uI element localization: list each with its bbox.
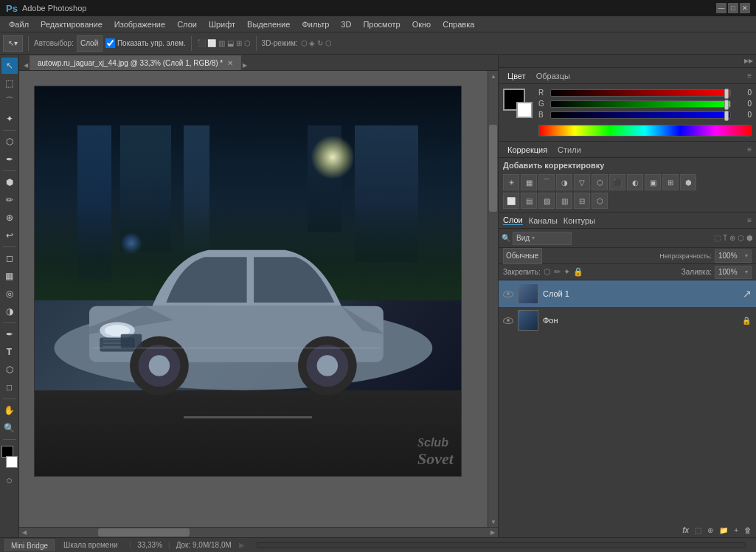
- layer-new-icon[interactable]: ⬚: [714, 234, 721, 242]
- tab-contours[interactable]: Контуры: [563, 216, 595, 225]
- autoselect-select[interactable]: Слой: [77, 35, 103, 52]
- add-group-btn[interactable]: 📁: [719, 526, 728, 534]
- correction-exposure[interactable]: ◑: [556, 174, 572, 190]
- tool-path[interactable]: ⬡: [1, 362, 18, 378]
- scroll-left-arrow[interactable]: ◀: [19, 528, 30, 538]
- correction-channelmixer[interactable]: ⊞: [662, 174, 679, 190]
- correction-brightness[interactable]: ☀: [503, 174, 519, 190]
- tool-brush[interactable]: ✏: [1, 192, 18, 208]
- menu-edit[interactable]: Редактирование: [35, 18, 108, 30]
- correction-threshold[interactable]: ▧: [538, 193, 555, 209]
- tab-color[interactable]: Цвет: [503, 70, 530, 82]
- tool-magic-wand[interactable]: ✦: [1, 111, 18, 127]
- add-adjustment-btn[interactable]: ⊕: [707, 526, 713, 534]
- opacity-input[interactable]: 100% ▾: [715, 249, 752, 263]
- tool-select-rect[interactable]: ⬚: [1, 75, 18, 92]
- tab-layers[interactable]: Слои: [503, 215, 523, 225]
- lock-all-btn[interactable]: 🔒: [573, 267, 583, 277]
- lock-move-btn[interactable]: ✦: [563, 267, 570, 277]
- menu-layers[interactable]: Слои: [171, 18, 203, 30]
- r-slider-handle[interactable]: [724, 89, 729, 99]
- correction-colormatch[interactable]: ⬢: [680, 174, 696, 190]
- blend-mode-select[interactable]: Обычные: [503, 248, 542, 264]
- tool-hand[interactable]: ✋: [1, 402, 18, 418]
- document-tab[interactable]: autowp.ru_jaguar_xj_44.jpg @ 33,3% (Слой…: [30, 55, 241, 70]
- tool-text[interactable]: T: [1, 344, 18, 360]
- correction-hsl[interactable]: ⬡: [592, 174, 608, 190]
- add-layer-btn[interactable]: +: [734, 526, 738, 534]
- g-slider[interactable]: [550, 100, 731, 108]
- tool-pen[interactable]: ✒: [1, 326, 18, 342]
- layer-text-icon[interactable]: T: [723, 234, 727, 242]
- correction-vibrance[interactable]: ▽: [574, 174, 590, 190]
- tool-blur[interactable]: ◎: [1, 286, 18, 302]
- tool-lasso[interactable]: ⌒: [1, 93, 18, 109]
- show-transform-label[interactable]: Показать упр. элем.: [105, 38, 186, 48]
- scroll-track-v[interactable]: [488, 81, 498, 517]
- add-layer-mask-btn[interactable]: ⬚: [695, 526, 701, 534]
- mini-bridge-tab[interactable]: Mini Bridge: [4, 539, 55, 551]
- vertical-scrollbar[interactable]: ▲ ▼: [488, 71, 498, 527]
- menu-font[interactable]: Шрифт: [203, 18, 241, 30]
- tab-close-btn[interactable]: ✕: [227, 59, 233, 67]
- correction-panel-menu[interactable]: ≡: [747, 145, 752, 153]
- correction-photofilter[interactable]: ▣: [645, 174, 661, 190]
- color-swatches[interactable]: [1, 446, 18, 468]
- correction-extra[interactable]: ⬡: [592, 193, 608, 209]
- menu-file[interactable]: Файл: [3, 18, 35, 30]
- menu-window[interactable]: Окно: [406, 18, 437, 30]
- minimize-button[interactable]: —: [716, 3, 726, 13]
- color-panel-menu[interactable]: ≡: [747, 72, 752, 80]
- correction-colorbalance[interactable]: ⬛: [609, 174, 625, 190]
- layer-smart-icon[interactable]: ⬢: [746, 234, 753, 242]
- menu-select[interactable]: Выделение: [241, 18, 296, 30]
- layer-bg-visibility[interactable]: [503, 315, 513, 325]
- color-swatch-container[interactable]: [503, 89, 533, 118]
- b-slider[interactable]: [550, 111, 731, 119]
- menu-image[interactable]: Изображение: [108, 18, 171, 30]
- menu-3d[interactable]: 3D: [335, 18, 357, 30]
- document-canvas[interactable]: SclubSovet: [34, 86, 462, 477]
- panel-collapse-arrow[interactable]: ▶▶: [744, 58, 753, 64]
- tab-correction[interactable]: Коррекция: [503, 144, 552, 156]
- layer-filter-select[interactable]: Вид ▾: [513, 232, 572, 245]
- color-spectrum[interactable]: [538, 125, 752, 137]
- layers-panel-menu[interactable]: ≡: [747, 216, 752, 224]
- tool-move[interactable]: ↖: [1, 58, 18, 74]
- lock-transparency-btn[interactable]: ⬡: [544, 267, 551, 277]
- doc-info-arrow[interactable]: ▶: [239, 541, 245, 549]
- tab-nav-left[interactable]: ◀: [22, 61, 30, 70]
- r-slider[interactable]: [550, 89, 731, 97]
- tool-eyedropper[interactable]: ✒: [1, 151, 18, 168]
- menu-filter[interactable]: Фильтр: [296, 18, 335, 30]
- correction-gradientmap[interactable]: ▥: [556, 193, 572, 209]
- tool-zoom[interactable]: 🔍: [1, 420, 18, 436]
- correction-curves[interactable]: ⌒: [538, 174, 555, 190]
- tool-eraser[interactable]: ◻: [1, 250, 18, 266]
- move-tool-btn[interactable]: ↖▾: [3, 35, 23, 52]
- tab-samples[interactable]: Образцы: [532, 70, 575, 82]
- tab-nav-right[interactable]: ▶: [241, 61, 249, 70]
- scroll-thumb-v[interactable]: [489, 125, 497, 212]
- delete-layer-btn[interactable]: 🗑: [744, 526, 752, 534]
- tool-crop[interactable]: ⬡: [1, 134, 18, 150]
- background-color[interactable]: [6, 456, 18, 468]
- timeline-tab[interactable]: Шкала времени: [58, 539, 123, 551]
- close-button[interactable]: ✕: [740, 3, 750, 13]
- correction-levels[interactable]: ▦: [521, 174, 537, 190]
- bg-color-swatch[interactable]: [516, 102, 533, 118]
- correction-posterize[interactable]: ▤: [521, 193, 537, 209]
- layer-1-visibility[interactable]: [503, 289, 513, 299]
- correction-bw[interactable]: ◐: [627, 174, 643, 190]
- menu-view[interactable]: Просмотр: [357, 18, 406, 30]
- horizontal-scrollbar[interactable]: ◀ ▶: [19, 527, 498, 537]
- scroll-track-h[interactable]: [30, 528, 488, 537]
- fill-input[interactable]: 100% ▾: [715, 266, 752, 279]
- layer-effect-icon[interactable]: ⊕: [729, 234, 735, 242]
- tool-history[interactable]: ↩: [1, 227, 18, 244]
- lock-image-btn[interactable]: ✏: [554, 267, 561, 277]
- tool-clone[interactable]: ⊕: [1, 210, 18, 226]
- tool-gradient[interactable]: ▦: [1, 268, 18, 284]
- tab-channels[interactable]: Каналы: [529, 216, 558, 225]
- tool-dodge[interactable]: ◑: [1, 303, 18, 320]
